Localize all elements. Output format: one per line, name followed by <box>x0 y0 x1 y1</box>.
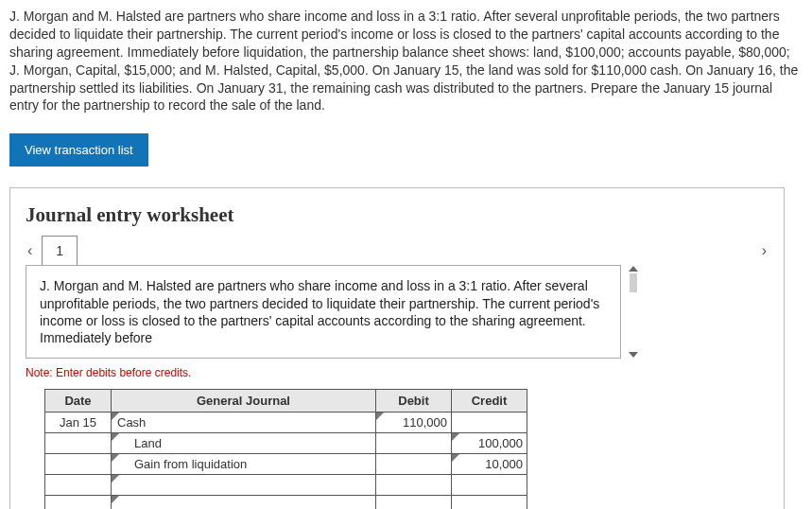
scroll-up-icon[interactable] <box>629 266 638 272</box>
table-row: Jan 15 Cash 110,000 <box>45 412 527 433</box>
cell-debit[interactable] <box>376 475 452 496</box>
cell-debit[interactable] <box>376 433 452 454</box>
cell-credit[interactable] <box>452 475 527 496</box>
cell-account[interactable]: Gain from liquidation <box>112 454 376 475</box>
scenario-box: J. Morgan and M. Halsted are partners wh… <box>26 265 621 359</box>
chevron-left-icon[interactable]: ‹ <box>27 242 32 259</box>
col-date: Date <box>45 390 112 412</box>
cell-debit[interactable] <box>376 496 452 509</box>
note-text: Note: Enter debits before credits. <box>26 366 769 379</box>
cell-debit[interactable]: 110,000 <box>376 412 452 433</box>
table-row <box>45 475 527 496</box>
journal-entry-worksheet: Journal entry worksheet ‹ 1 › J. Morgan … <box>9 187 785 509</box>
col-gj: General Journal <box>112 390 376 412</box>
table-row <box>45 496 527 509</box>
cell-account[interactable]: Cash <box>112 412 376 433</box>
problem-text: J. Morgan and M. Halsted are partners wh… <box>0 0 812 124</box>
table-row: Gain from liquidation 10,000 <box>45 454 527 475</box>
cell-date[interactable] <box>45 496 112 509</box>
worksheet-title: Journal entry worksheet <box>26 203 769 227</box>
journal-table: Date General Journal Debit Credit Jan 15… <box>44 389 527 509</box>
scroll-down-icon[interactable] <box>629 352 638 358</box>
cell-debit[interactable] <box>376 454 452 475</box>
cell-date[interactable] <box>45 433 112 454</box>
cell-account[interactable] <box>112 496 376 509</box>
cell-date[interactable] <box>45 454 112 475</box>
chevron-right-icon[interactable]: › <box>762 242 767 259</box>
cell-account[interactable] <box>112 475 376 496</box>
scenario-text: J. Morgan and M. Halsted are partners wh… <box>40 277 607 346</box>
cell-date[interactable] <box>45 475 112 496</box>
col-debit: Debit <box>376 390 452 412</box>
col-credit: Credit <box>452 390 527 412</box>
cell-credit[interactable] <box>452 496 527 509</box>
tab-row: ‹ 1 › <box>26 235 769 266</box>
table-row: Land 100,000 <box>45 433 527 454</box>
cell-credit[interactable] <box>452 412 527 433</box>
cell-credit[interactable]: 100,000 <box>452 433 527 454</box>
cell-date[interactable]: Jan 15 <box>45 412 112 433</box>
cell-account[interactable]: Land <box>112 433 376 454</box>
cell-credit[interactable]: 10,000 <box>452 454 527 475</box>
view-transaction-list-button[interactable]: View transaction list <box>9 133 148 167</box>
scroll-thumb[interactable] <box>630 273 637 292</box>
tab-1[interactable]: 1 <box>42 236 78 267</box>
scrollbar[interactable] <box>626 266 641 358</box>
